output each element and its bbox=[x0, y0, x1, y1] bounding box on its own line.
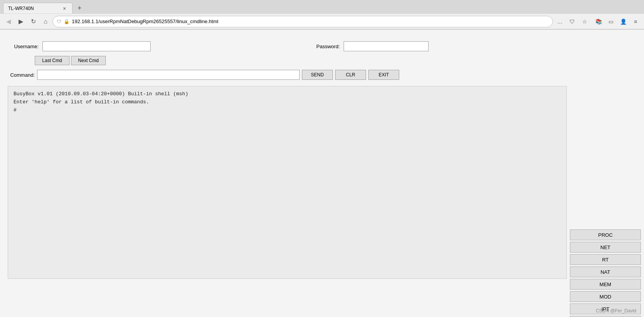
sidebar-btn-mem[interactable]: MEM bbox=[570, 279, 641, 290]
forward-button[interactable]: ▶ bbox=[15, 16, 26, 27]
command-row: Command: SEND CLR EXIT bbox=[0, 70, 644, 80]
password-label: Password: bbox=[309, 44, 340, 49]
username-label: Username: bbox=[8, 44, 39, 49]
sidebar-btn-net[interactable]: NET bbox=[570, 242, 641, 253]
terminal-output: BusyBox v1.01 (2010.09.03-04:20+0000) Bu… bbox=[8, 86, 567, 279]
command-label: Command: bbox=[8, 72, 35, 78]
menu-button[interactable]: … bbox=[554, 16, 565, 27]
reader-button[interactable]: ▭ bbox=[605, 16, 616, 27]
page-content: Username: Password: Last Cmd Next Cmd Co… bbox=[0, 30, 644, 317]
forward-icon: ▶ bbox=[19, 18, 23, 25]
terminal-line: Enter 'help' for a list of built-in comm… bbox=[14, 98, 561, 106]
reader-icon: ▭ bbox=[608, 19, 613, 25]
main-layout: BusyBox v1.01 (2010.09.03-04:20+0000) Bu… bbox=[0, 83, 644, 279]
tab-close-button[interactable]: × bbox=[61, 5, 68, 12]
shield-button[interactable]: 🛡 bbox=[567, 16, 578, 27]
shield-nav-icon: 🛡 bbox=[569, 19, 575, 25]
home-icon: ⌂ bbox=[44, 18, 47, 25]
tab-title: TL-WR740N bbox=[8, 6, 58, 11]
terminal-line: BusyBox v1.01 (2010.09.03-04:20+0000) Bu… bbox=[14, 90, 561, 98]
back-button[interactable]: ◀ bbox=[3, 16, 14, 27]
overflow-button[interactable]: ≡ bbox=[630, 16, 641, 27]
username-input[interactable] bbox=[42, 41, 151, 51]
credentials-row: Username: Password: bbox=[8, 41, 636, 51]
credentials-section: Username: Password: bbox=[0, 41, 644, 51]
cmd-history-buttons: Last Cmd Next Cmd bbox=[35, 56, 644, 65]
command-input[interactable] bbox=[37, 70, 300, 80]
account-icon: 👤 bbox=[620, 19, 627, 25]
sidebar-buttons: PROCNETRTNATMEMMODIPTLOGCONNARPFLOW bbox=[567, 83, 644, 317]
tab-bar: TL-WR740N × + bbox=[0, 0, 644, 14]
sidebar-btn-rt[interactable]: RT bbox=[570, 254, 641, 265]
refresh-icon: ↻ bbox=[31, 18, 36, 25]
lock-icon: 🔒 bbox=[64, 19, 69, 24]
terminal-line: # bbox=[14, 106, 561, 115]
exit-button[interactable]: EXIT bbox=[368, 70, 399, 80]
browser-chrome: TL-WR740N × + ◀ ▶ ↻ ⌂ 🛡 🔒 … 🛡 ☆ bbox=[0, 0, 644, 30]
password-input[interactable] bbox=[344, 41, 429, 51]
refresh-button[interactable]: ↻ bbox=[28, 16, 39, 27]
menu-icon: … bbox=[557, 19, 563, 25]
nav-bar: ◀ ▶ ↻ ⌂ 🛡 🔒 … 🛡 ☆ 📚 ▭ bbox=[0, 14, 644, 29]
library-button[interactable]: 📚 bbox=[593, 16, 604, 27]
footer-text: CSDN @Fer_David bbox=[596, 308, 636, 314]
address-bar[interactable]: 🛡 🔒 bbox=[53, 16, 553, 27]
library-icon: 📚 bbox=[595, 19, 602, 25]
bookmark-icon: ☆ bbox=[582, 19, 587, 25]
sidebar-btn-mod[interactable]: MOD bbox=[570, 291, 641, 302]
shield-icon: 🛡 bbox=[57, 19, 61, 24]
browser-tab[interactable]: TL-WR740N × bbox=[3, 3, 73, 13]
back-icon: ◀ bbox=[6, 18, 11, 25]
account-button[interactable]: 👤 bbox=[618, 16, 629, 27]
sidebar-btn-proc[interactable]: PROC bbox=[570, 229, 641, 240]
overflow-icon: ≡ bbox=[634, 19, 637, 25]
last-cmd-button[interactable]: Last Cmd bbox=[35, 56, 69, 65]
new-tab-button[interactable]: + bbox=[74, 3, 85, 13]
bookmark-button[interactable]: ☆ bbox=[579, 16, 590, 27]
address-input[interactable] bbox=[72, 19, 549, 24]
next-cmd-button[interactable]: Next Cmd bbox=[71, 56, 106, 65]
home-button[interactable]: ⌂ bbox=[40, 16, 51, 27]
nav-right-icons: 📚 ▭ 👤 ≡ bbox=[593, 16, 641, 27]
send-button[interactable]: SEND bbox=[302, 70, 333, 80]
clr-button[interactable]: CLR bbox=[335, 70, 366, 80]
sidebar-btn-nat[interactable]: NAT bbox=[570, 266, 641, 277]
